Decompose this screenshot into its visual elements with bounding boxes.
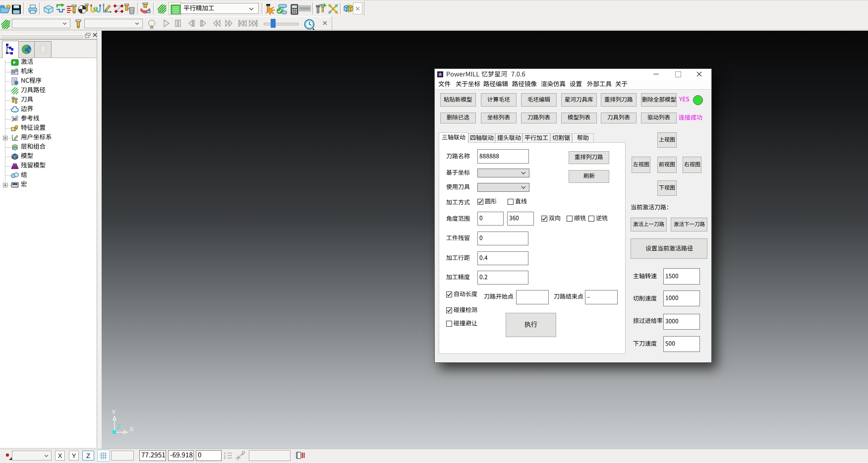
svg-text:Y: Y — [112, 408, 116, 416]
svg-text:z: z — [224, 457, 226, 460]
svg-text:Z: Z — [116, 423, 120, 430]
svg-text:X: X — [129, 425, 134, 433]
